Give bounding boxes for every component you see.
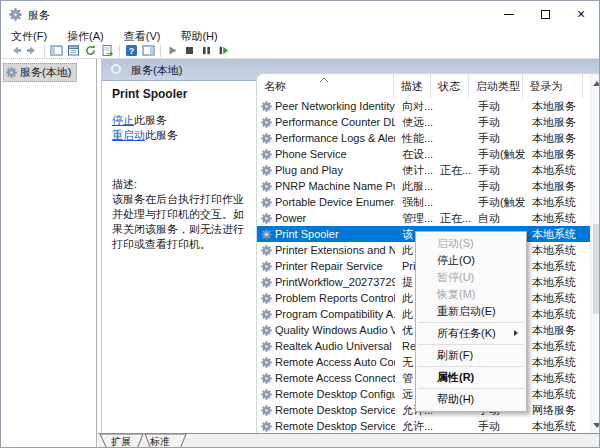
service-logon-as-cell: 本地系统 <box>525 290 586 306</box>
service-startup-type-cell: 手动 <box>471 114 525 130</box>
service-name-text: Realtek Audio Universal ... <box>275 338 395 354</box>
menu-separator <box>418 322 524 323</box>
context-menu-item-refresh[interactable]: 刷新(F) <box>416 347 526 364</box>
context-menu-item-help[interactable]: 帮助(H) <box>416 391 526 408</box>
restart-service-link[interactable]: 重启动 <box>112 129 145 141</box>
menu-separator <box>418 388 524 389</box>
service-logon-as-cell: 本地系统 <box>525 386 586 402</box>
vertical-scrollbar[interactable] <box>590 74 600 434</box>
service-gear-icon <box>261 405 272 416</box>
start-service-icon[interactable] <box>164 44 181 58</box>
forward-icon[interactable] <box>24 44 41 58</box>
service-gear-icon <box>261 421 272 432</box>
table-row[interactable]: Portable Device Enumera...强制...手动(触发...本… <box>257 194 591 210</box>
service-description-cell: 向对... <box>395 98 433 114</box>
service-name-cell: Remote Desktop Services <box>257 402 395 418</box>
close-button[interactable]: × <box>563 1 599 27</box>
menu-help[interactable]: 帮助(H) <box>170 29 227 44</box>
table-row[interactable]: Peer Networking Identity...向对...手动本地服务 <box>257 98 591 114</box>
service-name-text: Power <box>275 210 306 226</box>
service-name-text: Print Spooler <box>275 226 339 242</box>
service-startup-type-cell: 手动(触发... <box>471 146 525 162</box>
service-gear-icon <box>261 341 272 352</box>
service-status-cell: 正在... <box>433 162 471 178</box>
restart-service-icon[interactable] <box>215 44 232 58</box>
service-name-text: Plug and Play <box>275 162 343 178</box>
service-name-cell: Remote Desktop Configu... <box>257 386 395 402</box>
service-startup-type-cell: 自动 <box>471 210 525 226</box>
column-header-status[interactable]: 状态 <box>431 74 469 98</box>
tab-standard[interactable]: 标准 <box>150 435 170 448</box>
column-header-description[interactable]: 描述 <box>394 74 432 98</box>
table-row[interactable]: Remote Desktop Service...允许...手动本地系统 <box>257 418 591 434</box>
stop-link-suffix: 此服务 <box>134 114 167 126</box>
table-row[interactable]: Performance Logs & Aler...性能...手动本地服务 <box>257 130 591 146</box>
export-list-icon[interactable] <box>99 44 116 58</box>
stop-service-link[interactable]: 停止 <box>112 114 134 126</box>
service-startup-type-cell: 手动 <box>471 418 525 434</box>
titlebar[interactable]: 服务 × <box>1 1 599 29</box>
service-logon-as-cell: 本地系统 <box>525 354 586 370</box>
menu-separator <box>418 366 524 367</box>
service-status-cell <box>433 98 471 114</box>
minimize-button[interactable] <box>491 1 527 27</box>
table-row[interactable]: Performance Counter DL...使远...手动本地服务 <box>257 114 591 130</box>
service-name-text: Remote Desktop Service... <box>275 418 395 434</box>
service-gear-icon <box>261 293 272 304</box>
service-logon-as-cell: 本地系统 <box>525 338 586 354</box>
service-logon-as-cell: 本地服务 <box>525 146 586 162</box>
menu-separator <box>418 344 524 345</box>
refresh-icon[interactable] <box>82 44 99 58</box>
column-header-name[interactable]: 名称 <box>257 74 394 98</box>
scrollbar-thumb[interactable] <box>593 224 600 314</box>
restart-link-suffix: 此服务 <box>145 129 178 141</box>
service-logon-as-cell: 本地系统 <box>525 258 586 274</box>
menu-item-label: 停止(O) <box>437 254 475 266</box>
scroll-down-icon[interactable] <box>591 418 600 432</box>
service-name-cell: PNRP Machine Name Pu... <box>257 178 395 194</box>
stop-service-line: 停止此服务 <box>112 113 167 128</box>
service-description-cell: 性能... <box>395 130 433 146</box>
stop-service-icon[interactable] <box>181 44 198 58</box>
service-logon-as-cell: 本地系统 <box>525 274 586 290</box>
table-row[interactable]: Phone Service在设...手动(触发...本地服务 <box>257 146 591 162</box>
service-name-cell: Realtek Audio Universal ... <box>257 338 395 354</box>
service-description-cell: 管理... <box>395 210 433 226</box>
column-header-startup-type[interactable]: 启动类型 <box>469 74 523 98</box>
table-row[interactable]: Power管理...正在...自动本地系统 <box>257 210 591 226</box>
pause-service-icon[interactable] <box>198 44 215 58</box>
properties-icon[interactable] <box>65 44 82 58</box>
menu-view[interactable]: 查看(V) <box>114 29 171 44</box>
help-icon[interactable]: ? <box>123 44 140 58</box>
column-header-logon-as[interactable]: 登录为 <box>523 74 583 98</box>
service-name-text: Printer Extensions and N... <box>275 242 395 258</box>
service-name-cell: Printer Repair Service <box>257 258 395 274</box>
service-description-cell: 强制... <box>395 194 433 210</box>
maximize-button[interactable] <box>527 1 563 27</box>
scroll-up-icon[interactable] <box>591 76 600 90</box>
context-menu: 启动(S)停止(O)暂停(U)恢复(M)重新启动(E)所有任务(K)刷新(F)属… <box>415 231 527 412</box>
menubar: 文件(F) 操作(A) 查看(V) 帮助(H) <box>1 29 599 43</box>
tree-node-services-local[interactable]: 服务(本地) <box>3 63 77 82</box>
description-label: 描述: <box>112 177 137 192</box>
context-menu-item-all-tasks[interactable]: 所有任务(K) <box>416 325 526 342</box>
service-status-cell <box>433 130 471 146</box>
context-menu-item-properties[interactable]: 属性(R) <box>416 369 526 386</box>
service-gear-icon <box>261 229 272 240</box>
service-startup-type-cell: 手动(触发... <box>471 194 525 210</box>
service-name-cell: Portable Device Enumera... <box>257 194 395 210</box>
menu-action[interactable]: 操作(A) <box>57 29 114 44</box>
context-menu-item-stop[interactable]: 停止(O) <box>416 252 526 269</box>
menu-item-label: 重新启动(E) <box>437 305 496 317</box>
tab-extended[interactable]: 扩展 <box>111 435 131 448</box>
toolbar-separator <box>44 45 45 57</box>
table-row[interactable]: Plug and Play使计...正在...手动本地系统 <box>257 162 591 178</box>
table-row[interactable]: PNRP Machine Name Pu...此服...手动本地服务 <box>257 178 591 194</box>
action-pane-icon[interactable] <box>140 44 157 58</box>
console-tree-icon[interactable] <box>48 44 65 58</box>
menu-file[interactable]: 文件(F) <box>1 29 57 44</box>
back-icon[interactable] <box>7 44 24 58</box>
service-gear-icon <box>261 181 272 192</box>
pane-header-title: 服务(本地) <box>131 63 182 78</box>
context-menu-item-restart[interactable]: 重新启动(E) <box>416 303 526 320</box>
